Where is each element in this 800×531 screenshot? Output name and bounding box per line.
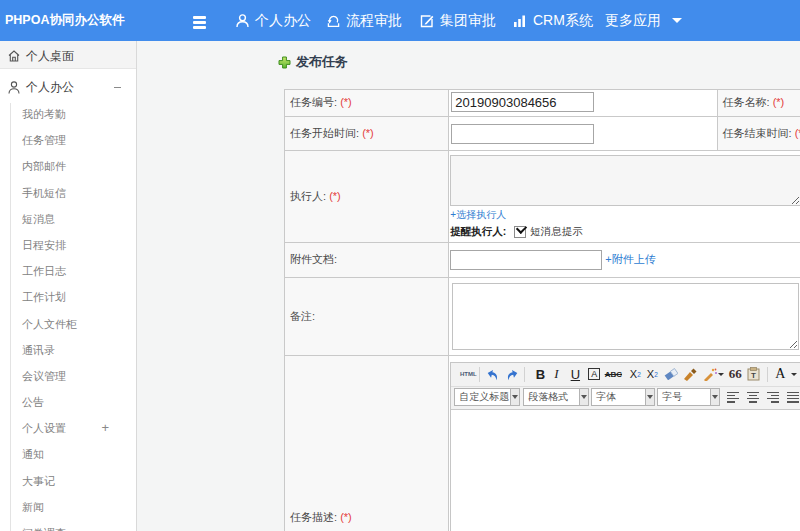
svg-text:T: T bbox=[751, 371, 756, 380]
